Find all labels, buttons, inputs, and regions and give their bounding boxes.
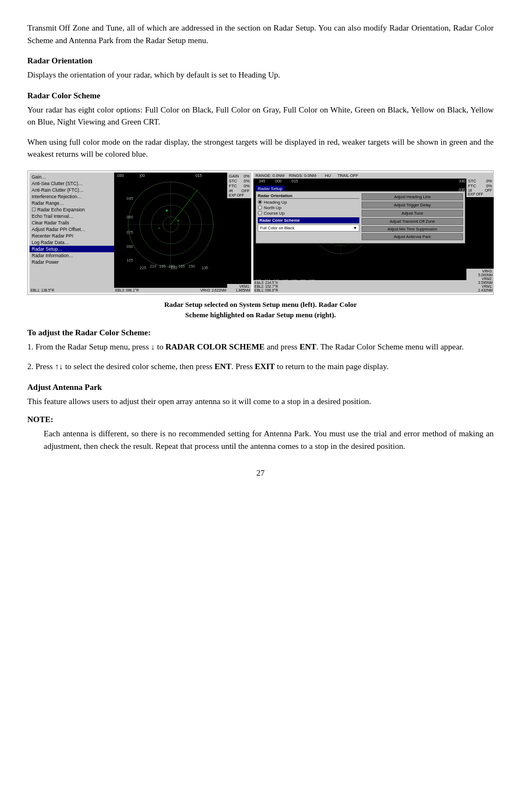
rings-label: RINGS: 0.0NM — [289, 173, 316, 178]
svg-text:135: 135 — [202, 266, 208, 270]
gain-label: GAIN — [229, 174, 239, 179]
antenna-park-body: This feature allows users to adjust thei… — [27, 395, 494, 408]
left-radar-display: |00015 .030 045 060 075 — [114, 173, 227, 281]
note-body: Each antenna is different, so there is n… — [44, 428, 494, 452]
svg-point-8 — [177, 220, 179, 221]
heading-up-label: Heading Up — [264, 200, 287, 205]
right-ebl1: EBL1: 090.6°R — [254, 288, 465, 292]
menu-item-range: Radar Range… — [29, 200, 114, 206]
radar-screenshot-container: Gain… Anti-Sea Clutter (STC)… Anti-Rain … — [27, 170, 494, 295]
menu-item-setup: Radar Setup… — [29, 246, 114, 252]
menu-item-echo-exp: ☐ Radar Echo Expansion — [29, 206, 114, 213]
adjust-trigger-delay-btn[interactable]: Adjust Trigger Delay — [362, 201, 463, 209]
adjust-transmit-off-zone-btn[interactable]: Adjust Transmit Off Zone — [362, 218, 463, 225]
radar-color-scheme-body1: Your radar has eight color options: Full… — [27, 104, 494, 128]
range-label: RANGE: 0.0NM — [256, 173, 285, 178]
left-compass-top: |00015 — [114, 174, 227, 177]
orientation-title: Radar Orientation — [258, 193, 359, 199]
adjust-tune-btn[interactable]: Adjust Tune — [362, 210, 463, 217]
left-menu: Gain… Anti-Sea Clutter (STC)… Anti-Rain … — [29, 173, 114, 293]
radar-orientation-body: Displays the orientation of your radar, … — [27, 69, 494, 81]
menu-item-log: Log Radar Data… — [29, 239, 114, 246]
ir-label: IR — [229, 188, 233, 193]
svg-text:075: 075 — [127, 230, 133, 235]
adjust-color-title: To adjust the Radar Color Scheme: — [27, 328, 494, 337]
antenna-park-title: Adjust Antenna Park — [27, 383, 494, 392]
right-ebl2: EBL2: 152.7°R — [254, 285, 465, 288]
left-ebl1: EBL1: 138.5°R — [29, 288, 114, 293]
color-scheme-dropdown[interactable]: Full Color on Black ▼ — [258, 224, 359, 232]
adjust-color-step2: 2. Press ↑↓ to select the desired color … — [27, 360, 494, 373]
svg-point-9 — [158, 227, 160, 229]
menu-item-ppi-offset: Adjust Radar PPI Offset… — [29, 226, 114, 233]
left-ebl3: EBL3: 086.1°R — [115, 288, 139, 292]
left-vrm1: VRM1: 1.865NM — [227, 284, 251, 293]
left-controls-box: GAIN0% STC0% FTC0% IROFF EXP OFF — [227, 173, 251, 198]
menu-item-clear-trails: Clear Radar Trails — [29, 220, 114, 226]
north-up-dot — [258, 205, 262, 210]
ftc-value: 0% — [244, 183, 250, 188]
right-vrm-bar: VRH3: 5.000NM VRM2: 3.595NM VRM1: 2.432N… — [466, 269, 494, 293]
svg-text:210: 210 — [150, 264, 156, 269]
setup-left-col: Radar Orientation Heading Up North Up Co… — [258, 193, 359, 241]
menu-item-ftc: Anti-Rain Clutter (FTC)… — [29, 187, 114, 193]
svg-text:165: 165 — [179, 264, 185, 269]
exp-off-label: EXP OFF — [229, 193, 250, 197]
course-up-label: Course Up — [264, 211, 285, 216]
left-bottom-bar: EBL3: 086.1°R VRH3: 2.622NM — [114, 288, 227, 293]
left-radar-svg: 045 060 075 090 105 120 225 135 210 195 … — [114, 178, 227, 271]
note-title: NOTE: — [27, 415, 494, 424]
svg-text:180: 180 — [168, 264, 175, 269]
right-bottom-compass: 225 210 195 180 165 150 135 — [256, 279, 315, 283]
dropdown-arrow: ▼ — [353, 226, 357, 230]
right-vrm1: VRM1: 2.432NM — [467, 285, 493, 292]
adjust-antenna-park-btn[interactable]: Adjust Antenna Park — [362, 233, 463, 240]
svg-line-4 — [171, 189, 198, 224]
stc-value: 0% — [244, 179, 250, 183]
color-scheme-section: Radar Color Scheme Full Color on Black ▼ — [258, 217, 359, 232]
right-compass-330: 330 — [257, 179, 494, 183]
compass-030: .030 — [116, 174, 124, 177]
svg-point-7 — [165, 209, 168, 211]
radar-caption: Radar Setup selected on System Setup men… — [27, 299, 494, 321]
menu-item-info: Radar Information… — [29, 252, 114, 259]
right-vrh3: VRH3: 5.000NM — [467, 269, 493, 277]
course-up-radio: Course Up — [258, 211, 359, 216]
ftc-label: FTC — [229, 183, 237, 188]
intro-paragraph: Transmit Off Zone and Tune, all of which… — [27, 22, 494, 46]
radar-setup-overlay: Radar Orientation Heading Up North Up Co… — [256, 191, 465, 244]
adjust-color-step1: 1. From the Radar Setup menu, press ↓ to… — [27, 341, 494, 353]
svg-text:150: 150 — [188, 264, 195, 269]
menu-item-stc: Anti-Sea Clutter (STC)… — [29, 180, 114, 187]
svg-text:105: 105 — [127, 258, 133, 263]
radar-orientation-title: Radar Orientation — [27, 56, 494, 66]
svg-text:045: 045 — [127, 196, 133, 200]
right-top-bar: RANGE: 0.0NM RINGS: 0.0NM HU TRAIL OFF — [253, 173, 494, 179]
svg-text:195: 195 — [159, 264, 165, 269]
gain-value: 0% — [244, 174, 250, 179]
ir-value: OFF — [241, 188, 250, 193]
right-vrm2: VRM2: 3.595NM — [467, 277, 493, 285]
hu-label: HU — [325, 173, 331, 178]
radar-color-scheme-title: Radar Color Scheme — [27, 91, 494, 100]
north-up-radio: North Up — [258, 205, 359, 210]
stc-label: STC — [229, 179, 237, 183]
color-scheme-title-bar: Radar Color Scheme — [258, 217, 359, 223]
right-exp-off: EXP OFF — [468, 192, 492, 196]
svg-text:090: 090 — [127, 244, 133, 248]
menu-item-ir: Interference Rejection… — [29, 193, 114, 200]
page-number: 27 — [27, 469, 494, 478]
setup-right-col: Adjust Heading Line Adjust Trigger Delay… — [362, 193, 463, 241]
adjust-min-time-btn[interactable]: Adjust Min Time Suppression — [362, 226, 463, 232]
color-scheme-value: Full Color on Black — [260, 226, 294, 230]
menu-item-gain: Gain… — [29, 174, 114, 180]
menu-item-echo-trail: Echo Trail Interval… — [29, 213, 114, 220]
svg-text:225: 225 — [140, 266, 146, 270]
menu-item-recenter: Recenter Radar PPI — [29, 233, 114, 239]
radar-color-scheme-body2: When using full color mode on the radar … — [27, 136, 494, 161]
menu-item-power: Radar Power — [29, 259, 114, 265]
adjust-heading-line-btn[interactable]: Adjust Heading Line — [362, 193, 463, 200]
trail-label: TRAIL OFF — [338, 173, 358, 178]
svg-text:060: 060 — [127, 215, 133, 219]
north-up-label: North Up — [264, 205, 281, 210]
